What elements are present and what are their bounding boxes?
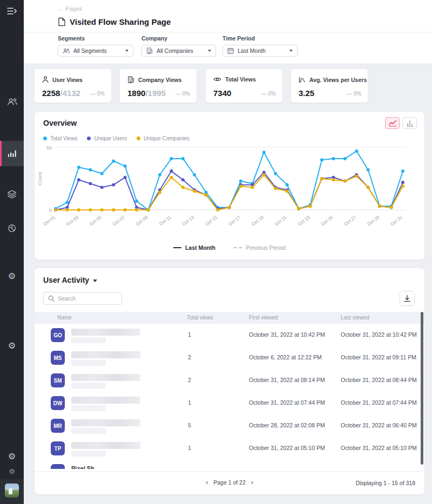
previous-page-button[interactable]: ‹ (206, 479, 208, 486)
time-period-filter-label: Time Period (222, 35, 298, 42)
legend-last-month[interactable]: Last Month (173, 244, 215, 251)
hamburger-icon (6, 7, 17, 15)
calendar-icon (227, 47, 234, 54)
page-file-icon (58, 17, 65, 26)
displaying-count: Displaying 1 - 15 of 318 (356, 480, 415, 486)
last-viewed-cell: October 31, 2022 at 06:40 PM (341, 422, 417, 428)
redacted-subtitle-bar (71, 360, 106, 366)
svg-text:Oct 03: Oct 03 (65, 214, 79, 227)
overview-title: Overview (43, 119, 77, 127)
first-viewed-cell: October 31, 2022 at 07:44 PM (249, 399, 325, 406)
legend-unique-companies[interactable]: Unique Companies (137, 135, 190, 141)
sidebar-item-reports[interactable] (0, 224, 24, 233)
bar-chart-toggle-button[interactable] (402, 117, 417, 129)
last-viewed-cell: October 31, 2022 at 08:44 PM (341, 377, 417, 383)
redacted-subtitle-bar (71, 383, 106, 389)
sidebar-item-app-2[interactable]: ⚙ (0, 342, 24, 350)
line-chart-toggle-button[interactable] (385, 117, 400, 129)
table-row[interactable]: MR 5 October 28, 2022 at 02:08 PM Octobe… (35, 414, 424, 437)
bar-chart-icon (406, 120, 414, 127)
segments-select[interactable]: All Segments (58, 45, 133, 57)
svg-text:Oct 19: Oct 19 (251, 214, 265, 227)
legend-dot (137, 137, 140, 140)
svg-text:Oct 01: Oct 01 (42, 214, 56, 227)
total-views-cell: 2 (188, 354, 191, 360)
time-period-select-value: Last Month (238, 47, 266, 54)
user-activity-title-dropdown[interactable]: User Activity (43, 276, 97, 284)
redacted-subtitle-bar (71, 451, 106, 457)
stat-value: 2258 (42, 88, 60, 98)
company-select[interactable]: All Companies (141, 45, 216, 57)
legend-dot (43, 137, 47, 140)
total-views-cell: 1 (188, 399, 191, 406)
user-avatar[interactable] (5, 483, 19, 498)
stat-card-avg-views: Avg. Views per Users 3.25 — 0% (291, 69, 368, 103)
person-icon (42, 76, 49, 83)
menu-toggle-button[interactable] (0, 7, 24, 15)
svg-text:Oct 07: Oct 07 (112, 214, 126, 227)
table-row-partial[interactable]: Pixel Sh (35, 460, 424, 469)
legend-previous-period[interactable]: Previous Period (234, 244, 286, 251)
breadcrumb[interactable]: ← Pages (58, 5, 82, 12)
first-viewed-cell: October 31, 2022 at 05:10 PM (249, 445, 325, 451)
segments-users-icon (63, 48, 70, 54)
legend-total-views[interactable]: Total Views (43, 135, 77, 141)
avatar: TP (51, 441, 65, 455)
stat-secondary-value: /1995 (145, 88, 166, 98)
table-row[interactable]: DW 1 October 31, 2022 at 07:44 PM Octobe… (35, 392, 424, 414)
svg-text:Oct 15: Oct 15 (204, 214, 218, 227)
last-viewed-cell: October 31, 2022 at 09:11 PM (341, 354, 416, 360)
stat-card-user-views: User Views 2258/4132 — 0% (34, 69, 112, 103)
sidebar-item-app-3[interactable]: ⚙ (0, 452, 24, 461)
distribution-curve-icon (299, 76, 306, 83)
chart-legend: Total Views Unique Users Unique Companie… (43, 135, 190, 141)
sidebar-avatar-strip (0, 479, 24, 504)
sidebar-item-layers[interactable] (0, 190, 24, 199)
stat-delta: — 0% (176, 91, 190, 97)
segments-select-value: All Segments (73, 47, 107, 54)
table-row[interactable]: GO 1 October 31, 2022 at 10:42 PM Octobe… (35, 324, 424, 346)
redacted-name-bar (71, 329, 140, 336)
overview-chart-svg: 500CountOct 01Oct 03Oct 05Oct 07Oct 09Oc… (37, 142, 418, 229)
search-input[interactable] (58, 295, 117, 302)
period-legend: Last Month Previous Period (35, 244, 424, 251)
page-title: Visited Flow Sharing Page (70, 17, 171, 26)
sidebar-item-audience[interactable] (0, 98, 24, 106)
sidebar-item-settings[interactable]: ⚙ (0, 468, 24, 475)
stat-value: 3.25 (299, 88, 314, 98)
legend-dot (87, 137, 91, 140)
total-views-cell: 2 (188, 377, 191, 383)
table-scrollbar-thumb[interactable] (421, 312, 423, 465)
search-icon (48, 295, 55, 302)
table-row[interactable]: MS 2 October 6, 2022 at 12:22 PM October… (35, 346, 424, 369)
bar-chart-icon (8, 150, 17, 157)
svg-text:Oct 23: Oct 23 (297, 214, 311, 227)
table-row[interactable]: SM 2 October 31, 2022 at 08:14 PM Octobe… (35, 369, 424, 392)
legend-unique-users[interactable]: Unique Users (87, 135, 127, 141)
redacted-name-bar (71, 442, 140, 449)
page-indicator: Page 1 of 22 (213, 479, 246, 486)
next-page-button[interactable]: › (251, 479, 253, 486)
user-activity-title: User Activity (43, 276, 89, 284)
sidebar-item-app-1[interactable]: ⚙ (0, 272, 24, 281)
gear-icon: ⚙ (8, 272, 16, 281)
table-row[interactable]: TP 1 October 31, 2022 at 05:10 PM Octobe… (35, 437, 424, 460)
last-viewed-cell: October 31, 2022 at 10:42 PM (341, 331, 417, 338)
svg-text:Oct 11: Oct 11 (158, 214, 172, 227)
column-header-name: Name (57, 315, 72, 321)
avatar: GO (51, 328, 65, 342)
download-button[interactable] (400, 291, 415, 306)
svg-text:Oct 29: Oct 29 (366, 214, 380, 227)
time-period-select[interactable]: Last Month (222, 45, 298, 57)
stat-card-total-views: Total Views 7340 — 0% (205, 69, 283, 103)
search-box (43, 292, 122, 305)
stat-label: Total Views (225, 76, 256, 83)
svg-text:50: 50 (46, 145, 52, 151)
stat-label: Avg. Views per Users (309, 77, 367, 83)
download-icon (403, 295, 411, 302)
sidebar-item-analytics[interactable] (0, 150, 24, 157)
column-header-total-views: Total views (187, 315, 213, 321)
chart-type-toggle (385, 117, 417, 129)
redacted-subtitle-bar (71, 405, 106, 411)
first-viewed-cell: October 6, 2022 at 12:22 PM (249, 354, 322, 360)
